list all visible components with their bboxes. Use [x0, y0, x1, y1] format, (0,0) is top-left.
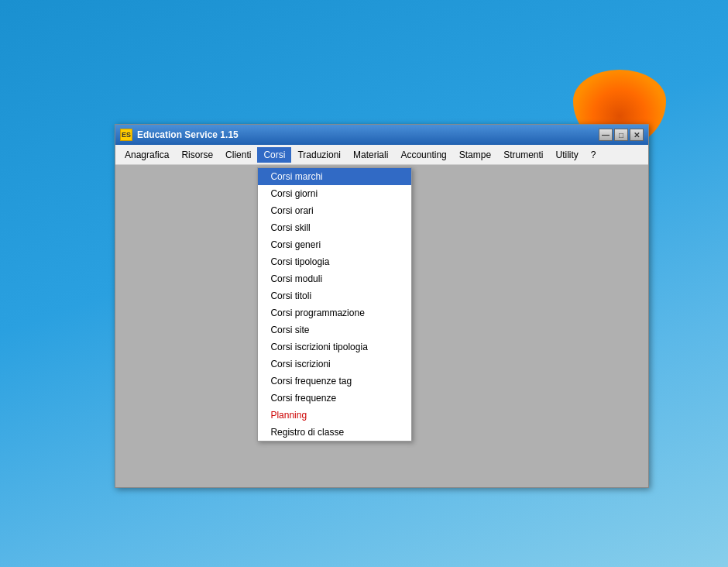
menu-item-corsi-tipologia[interactable]: Corsi tipologia — [258, 253, 411, 270]
window-controls: — □ ✕ — [599, 129, 644, 141]
minimize-button[interactable]: — — [599, 129, 613, 141]
menu-item-corsi-programmazione[interactable]: Corsi programmazione — [258, 304, 411, 321]
menu-materiali[interactable]: Materiali — [347, 147, 394, 163]
menu-item-corsi-frequenze[interactable]: Corsi frequenze — [258, 390, 411, 407]
menu-item-corsi-iscrizioni-tipologia[interactable]: Corsi iscrizioni tipologia — [258, 338, 411, 356]
desktop: ES Education Service 1.15 — □ ✕ Anagrafi… — [0, 0, 728, 567]
menu-item-corsi-skill[interactable]: Corsi skill — [258, 219, 411, 236]
menu-item-corsi-orari[interactable]: Corsi orari — [258, 202, 411, 219]
menu-item-corsi-frequenze-tag[interactable]: Corsi frequenze tag — [258, 373, 411, 390]
app-window: ES Education Service 1.15 — □ ✕ Anagrafi… — [115, 124, 649, 488]
menu-utility[interactable]: Utility — [549, 147, 584, 163]
menu-traduzioni[interactable]: Traduzioni — [291, 147, 347, 163]
menu-item-planning[interactable]: Planning — [258, 407, 411, 424]
menu-corsi[interactable]: Corsi Corsi marchi Corsi giorni Corsi or… — [257, 147, 291, 163]
menu-item-corsi-marchi[interactable]: Corsi marchi — [258, 168, 411, 185]
menu-item-corsi-moduli[interactable]: Corsi moduli — [258, 270, 411, 287]
title-bar: ES Education Service 1.15 — □ ✕ — [115, 125, 648, 145]
corsi-dropdown: Corsi marchi Corsi giorni Corsi orari Co… — [257, 167, 412, 442]
menu-item-corsi-titoli[interactable]: Corsi titoli — [258, 287, 411, 304]
menu-clienti[interactable]: Clienti — [219, 147, 257, 163]
menu-item-corsi-generi[interactable]: Corsi generi — [258, 236, 411, 253]
close-button[interactable]: ✕ — [630, 129, 644, 141]
menu-accounting[interactable]: Accounting — [394, 147, 452, 163]
menu-help[interactable]: ? — [585, 147, 603, 163]
app-icon: ES — [120, 129, 132, 141]
menu-item-corsi-giorni[interactable]: Corsi giorni — [258, 185, 411, 202]
menu-bar: Anagrafica Risorse Clienti Corsi Corsi m… — [115, 145, 648, 165]
menu-item-corsi-iscrizioni[interactable]: Corsi iscrizioni — [258, 356, 411, 373]
menu-risorse[interactable]: Risorse — [175, 147, 219, 163]
menu-item-registro-di-classe[interactable]: Registro di classe — [258, 424, 411, 441]
menu-strumenti[interactable]: Strumenti — [497, 147, 549, 163]
menu-item-corsi-site[interactable]: Corsi site — [258, 321, 411, 338]
maximize-button[interactable]: □ — [614, 129, 628, 141]
window-title: Education Service 1.15 — [137, 129, 599, 140]
menu-stampe[interactable]: Stampe — [453, 147, 497, 163]
menu-anagrafica[interactable]: Anagrafica — [118, 147, 175, 163]
